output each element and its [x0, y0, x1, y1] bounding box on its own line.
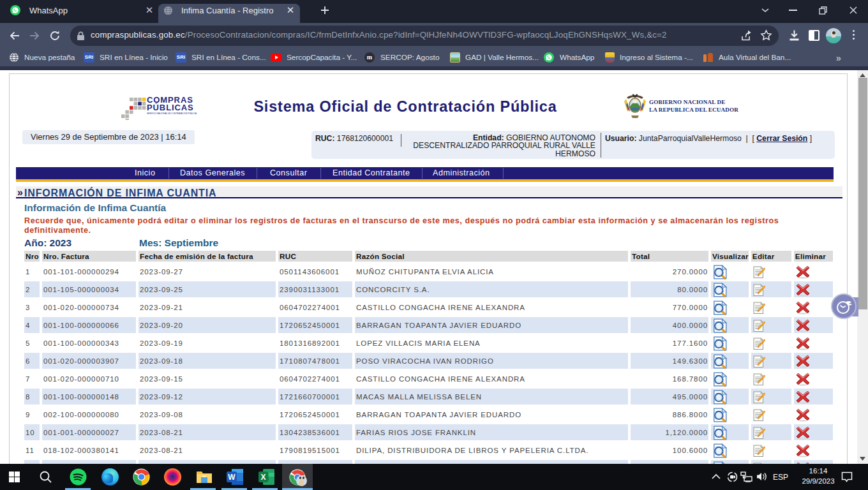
svg-text:W: W [228, 473, 236, 482]
svg-text:X: X [260, 473, 266, 482]
